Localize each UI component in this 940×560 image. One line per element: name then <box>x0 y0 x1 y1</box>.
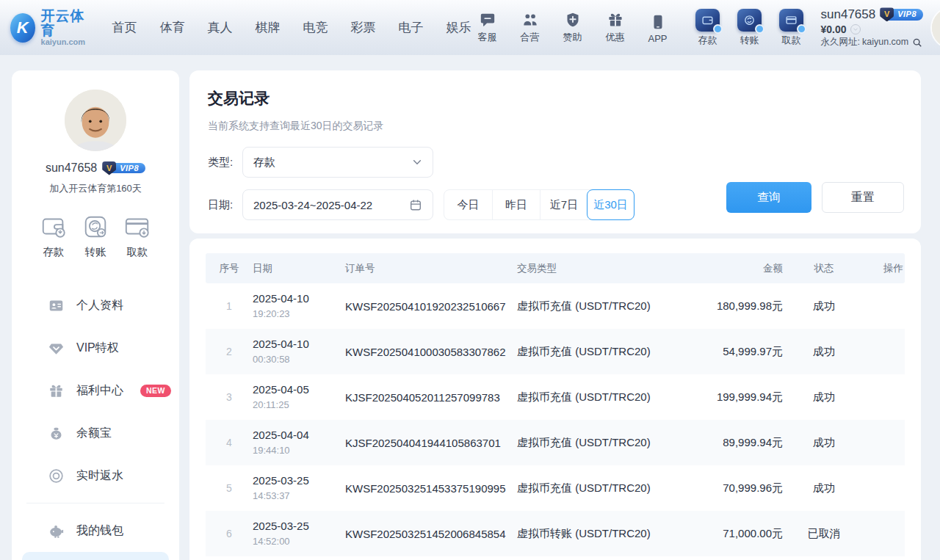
nav-link-slots[interactable]: 电子 <box>399 19 424 36</box>
sidebar-withdraw-button[interactable]: 取款 <box>123 213 151 259</box>
nav-link-entertainment[interactable]: 娱乐 <box>446 19 471 36</box>
type-label: 类型: <box>208 156 242 170</box>
site-logo[interactable]: K 开云体育 kaiyun.com <box>10 9 90 47</box>
row-index: 4 <box>206 437 253 448</box>
sidebar-item-label: 福利中心 <box>76 383 123 399</box>
type-select[interactable]: 存款 <box>242 147 433 178</box>
col-index: 序号 <box>206 262 253 275</box>
sidebar-deposit-button[interactable]: 存款 <box>40 213 68 259</box>
nav-action-partner[interactable]: 合营 <box>514 11 546 44</box>
sidebar-item-profile[interactable]: 个人资料 <box>12 284 179 327</box>
row-type: 虚拟币充值 (USDT/TRC20) <box>517 481 698 495</box>
row-amount: 199,999.94元 <box>698 390 786 404</box>
type-select-value: 存款 <box>253 156 412 170</box>
row-status: 成功 <box>786 390 862 404</box>
nav-link-lottery[interactable]: 彩票 <box>351 19 376 36</box>
quick-actions: 客服 合营 赞助 优惠 <box>471 11 674 44</box>
yuebao-icon <box>48 426 64 441</box>
nav-action-promo[interactable]: 优惠 <box>599 11 632 44</box>
row-order-no: KWSF202503251452006845854 <box>345 528 517 540</box>
row-index: 1 <box>206 300 253 312</box>
query-button[interactable]: 查询 <box>726 182 811 213</box>
row-type: 虚拟币充值 (USDT/TRC20) <box>517 345 698 359</box>
table-row: 1 2025-04-1019:20:23 KWSF202504101920232… <box>206 283 905 329</box>
nav-action-support[interactable]: 客服 <box>471 11 504 44</box>
row-order-no: KWSF202504101920232510667 <box>345 300 517 313</box>
sidebar-item-rebate[interactable]: 实时返水 <box>12 454 179 497</box>
nav-link-esports[interactable]: 电竞 <box>303 19 328 36</box>
nav-link-home[interactable]: 首页 <box>112 19 137 36</box>
transfer-tile-icon <box>737 9 762 32</box>
table-row: 3 2025-04-0520:11:25 KJSF202504052011257… <box>206 374 905 420</box>
logo-title: 开云体育 <box>41 9 90 38</box>
row-type: 虚拟币充值 (USDT/TRC20) <box>517 390 698 404</box>
nav-link-cards[interactable]: 棋牌 <box>256 19 281 36</box>
vip-level-label: VIP8 <box>889 9 923 21</box>
nav-action-app[interactable]: APP <box>642 13 674 44</box>
row-time: 20:11:25 <box>253 399 289 410</box>
sidebar-action-label: 存款 <box>43 245 65 259</box>
sidebar-action-label: 转账 <box>85 245 106 259</box>
sidebar-item-label: 个人资料 <box>76 298 123 313</box>
row-date: 2025-03-25 <box>253 474 309 487</box>
deposit-tile-icon <box>695 9 720 32</box>
preset-last30days[interactable]: 近30日 <box>587 189 634 220</box>
wallet-action-label: 转账 <box>740 34 759 47</box>
logo-monogram-icon: K <box>10 13 35 43</box>
withdraw-icon <box>123 213 151 241</box>
reset-button[interactable]: 重置 <box>822 182 904 213</box>
date-range-input[interactable]: 2025-03-24~2025-04-22 <box>242 189 433 220</box>
sidebar-menu: 个人资料 VIP特权 福利中心 NEW 余额宝 实时返水 <box>12 284 179 560</box>
sidebar-transfer-button[interactable]: 转账 <box>82 213 109 259</box>
calendar-icon <box>409 198 422 211</box>
nav-withdraw-button[interactable]: 取款 <box>776 9 808 47</box>
nav-deposit-button[interactable]: 存款 <box>692 9 724 47</box>
col-date: 日期 <box>253 262 345 275</box>
sidebar-item-wallet[interactable]: 我的钱包 <box>12 509 179 552</box>
preset-yesterday[interactable]: 昨日 <box>492 190 540 219</box>
top-navbar: K 开云体育 kaiyun.com 首页 体育 真人 棋牌 电竞 彩票 电子 娱… <box>0 0 940 55</box>
chevron-down-icon <box>412 157 422 167</box>
user-summary: sun47658 V VIP8 ¥0.00 永久网址: kaiyun.com <box>821 7 924 48</box>
row-amount: 54,999.97元 <box>698 345 786 359</box>
sidebar-action-label: 取款 <box>127 245 148 259</box>
nav-action-label: 客服 <box>478 31 497 44</box>
wallet-icon <box>48 523 64 539</box>
rebate-icon <box>48 468 64 484</box>
vip-badge[interactable]: V VIP8 <box>880 8 923 21</box>
col-type: 交易类型 <box>517 262 698 275</box>
nav-action-label: 赞助 <box>563 31 582 44</box>
search-icon[interactable] <box>912 37 922 48</box>
row-status: 成功 <box>786 299 862 313</box>
transfer-tile-badge <box>755 24 764 34</box>
table-row: 5 2025-03-2514:53:37 KWSF202503251453375… <box>206 465 905 511</box>
profile-vip-badge[interactable]: V VIP8 <box>102 162 145 175</box>
balance-toggle-icon[interactable] <box>850 24 861 34</box>
row-time: 00:30:58 <box>253 354 290 365</box>
profile-icon <box>48 298 64 313</box>
nav-action-label: 优惠 <box>606 31 625 44</box>
nav-link-sports[interactable]: 体育 <box>160 19 185 36</box>
profile-avatar[interactable] <box>65 90 126 151</box>
sidebar-item-benefits[interactable]: 福利中心 NEW <box>12 369 179 412</box>
nav-transfer-button[interactable]: 转账 <box>734 9 766 47</box>
preset-last7days[interactable]: 近7日 <box>540 190 588 219</box>
partner-icon <box>521 11 539 29</box>
nav-action-sponsor[interactable]: 赞助 <box>557 11 589 44</box>
row-date: 2025-04-04 <box>253 429 309 441</box>
user-avatar[interactable] <box>932 8 940 48</box>
sidebar-item-yuebao[interactable]: 余额宝 <box>12 412 179 454</box>
row-type: 虚拟币转账 (USDT/TRC20) <box>517 527 698 541</box>
col-order-no: 订单号 <box>345 262 517 275</box>
sidebar-item-transactions[interactable]: 交易记录 <box>22 552 169 560</box>
sidebar-item-vip[interactable]: VIP特权 <box>12 327 179 369</box>
wallet-action-label: 取款 <box>782 34 801 47</box>
row-time: 19:20:23 <box>253 308 290 319</box>
preset-today[interactable]: 今日 <box>444 190 492 219</box>
nav-link-live[interactable]: 真人 <box>208 19 233 36</box>
promo-icon <box>607 11 624 29</box>
nav-action-label: APP <box>648 33 668 44</box>
row-order-no: KWSF202503251453375190995 <box>345 482 517 495</box>
row-amount: 70,999.96元 <box>698 481 786 495</box>
vip-level-label: VIP8 <box>111 163 145 173</box>
